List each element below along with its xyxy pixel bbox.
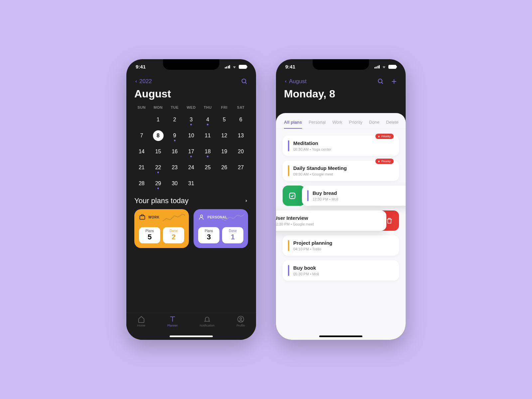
calendar-day[interactable]: 16 <box>167 145 182 159</box>
calendar-day[interactable]: 14 <box>134 145 149 159</box>
personal-plans-stat: Plans 3 <box>198 227 219 243</box>
calendar-day[interactable]: 28 <box>134 177 149 191</box>
home-indicator[interactable] <box>319 335 362 337</box>
chevron-left-icon <box>284 78 288 84</box>
event-dot-icon <box>174 140 176 141</box>
calendar-day[interactable]: 7 <box>134 129 149 143</box>
weekday-label: MON <box>151 105 166 109</box>
event-dot-icon <box>157 188 159 189</box>
chevron-left-icon <box>134 78 138 84</box>
task-card[interactable]: Project planning 04:10 PM • Trello <box>283 235 399 256</box>
personal-card[interactable]: PERSONAL Plans 3 Done 1 <box>194 209 248 248</box>
calendar-day[interactable]: 31 <box>184 177 199 191</box>
calendar-day[interactable]: 24 <box>184 161 199 175</box>
filter-tab[interactable]: All plans <box>284 120 302 129</box>
task-meta: 09:30 AM • Google meet <box>293 172 394 176</box>
work-done-stat: Done 2 <box>163 227 184 243</box>
search-button[interactable] <box>377 78 384 85</box>
event-dot-icon <box>207 124 208 125</box>
weekday-header: SUNMONTUEWEDTHUFRISAT <box>134 105 248 109</box>
wifi-icon <box>381 65 387 69</box>
weekday-label: SUN <box>134 105 149 109</box>
filter-tab[interactable]: Delete <box>386 120 399 129</box>
search-icon <box>377 78 384 85</box>
nav-notification[interactable]: Notification <box>200 316 215 327</box>
plan-cards: WORK Plans 5 Done 2 PERSONAL <box>126 209 256 248</box>
back-button[interactable]: August <box>284 78 307 85</box>
tasks-sheet: All plansPersonalWorkPriorityDoneDelete … <box>276 113 406 340</box>
calendar-day[interactable]: 6 <box>233 113 248 127</box>
calendar-day[interactable]: 2 <box>167 113 182 127</box>
calendar-day[interactable]: 17 <box>184 145 199 159</box>
status-time: 9:41 <box>285 64 295 69</box>
calendar-day[interactable]: 30 <box>167 177 182 191</box>
calendar-day[interactable]: 23 <box>167 161 182 175</box>
add-button[interactable] <box>390 78 398 85</box>
sparkline-icon <box>162 212 186 222</box>
calendar-day[interactable]: 10 <box>184 129 199 143</box>
weekday-label: TUE <box>167 105 182 109</box>
calendar-day[interactable]: 29 <box>151 177 166 191</box>
calendar-day[interactable]: 12 <box>217 129 232 143</box>
filter-tab[interactable]: Personal <box>309 120 326 129</box>
task-title: Meditation <box>293 140 394 146</box>
event-dot-icon <box>157 172 159 173</box>
book-icon <box>169 316 176 323</box>
calendar-day[interactable]: 18 <box>200 145 215 159</box>
calendar-day[interactable]: 26 <box>217 161 232 175</box>
svg-point-0 <box>242 79 246 83</box>
calendar-day[interactable]: 8 <box>151 129 166 143</box>
calendar-day[interactable]: 11 <box>200 129 215 143</box>
task-card[interactable]: Buy book 05:30 PM • Moll <box>283 260 399 281</box>
nav-planner[interactable]: Planner <box>167 316 178 327</box>
notch <box>313 59 369 70</box>
work-card-label: WORK <box>148 215 160 219</box>
task-meta: 02:30 PM • Google meet <box>276 222 381 226</box>
calendar-day[interactable]: 25 <box>200 161 215 175</box>
task-meta: 12:30 PM • Moll <box>313 197 406 201</box>
filter-tab[interactable]: Work <box>332 120 342 129</box>
user-icon <box>198 214 205 220</box>
svg-point-6 <box>378 79 382 83</box>
calendar-day[interactable]: 13 <box>233 129 248 143</box>
calendar-day[interactable]: 3 <box>184 113 199 127</box>
phone-calendar-screen: 9:41 2022 August SUNMONTUEWEDTHUFRISAT 1… <box>126 59 256 340</box>
weekday-label: SAT <box>233 105 248 109</box>
filter-tab[interactable]: Done <box>369 120 379 129</box>
calendar-day[interactable]: 4 <box>200 113 215 127</box>
task-swipe-done: Buy bread 12:30 PM • Moll <box>283 186 399 206</box>
calendar-day[interactable]: 21 <box>134 161 149 175</box>
plans-section-header[interactable]: Your plans today <box>126 191 256 209</box>
filter-tab[interactable]: Priority <box>349 120 362 129</box>
plus-icon <box>391 78 397 85</box>
nav-home[interactable]: Home <box>137 316 145 327</box>
back-button[interactable]: 2022 <box>134 78 152 85</box>
task-card[interactable]: Buy bread 12:30 PM • Moll <box>302 186 406 206</box>
calendar-day[interactable]: 19 <box>217 145 232 159</box>
calendar-day[interactable]: 22 <box>151 161 166 175</box>
calendar-day[interactable]: 20 <box>233 145 248 159</box>
task-color-bar <box>288 140 289 151</box>
task-meta: 08:30 AM • Yoga center <box>293 147 394 151</box>
calendar-day[interactable]: 9 <box>167 129 182 143</box>
calendar-day[interactable]: 1 <box>151 113 166 127</box>
calendar-day[interactable]: 5 <box>217 113 232 127</box>
battery-icon <box>239 65 247 69</box>
weekday-label: FRI <box>217 105 232 109</box>
briefcase-icon <box>139 214 146 220</box>
home-indicator[interactable] <box>170 335 213 337</box>
event-dot-icon <box>207 156 208 157</box>
task-card[interactable]: User Interview 02:30 PM • Google meet <box>276 210 386 231</box>
task-color-bar <box>307 190 309 201</box>
search-button[interactable] <box>241 78 248 85</box>
battery-icon <box>388 65 396 69</box>
calendar-day[interactable]: 15 <box>151 145 166 159</box>
nav-profile[interactable]: Profile <box>236 316 245 327</box>
phone-tasks-screen: 9:41 August Monday, 8 All plansPer <box>276 59 406 340</box>
calendar-day[interactable]: 27 <box>233 161 248 175</box>
task-title: Project planning <box>293 240 394 246</box>
task-card[interactable]: Meditation 08:30 AM • Yoga center Priori… <box>283 136 399 156</box>
task-card[interactable]: Daily Standup Meeting 09:30 AM • Google … <box>283 161 399 181</box>
sparkline-icon <box>221 212 245 222</box>
work-card[interactable]: WORK Plans 5 Done 2 <box>134 209 189 248</box>
